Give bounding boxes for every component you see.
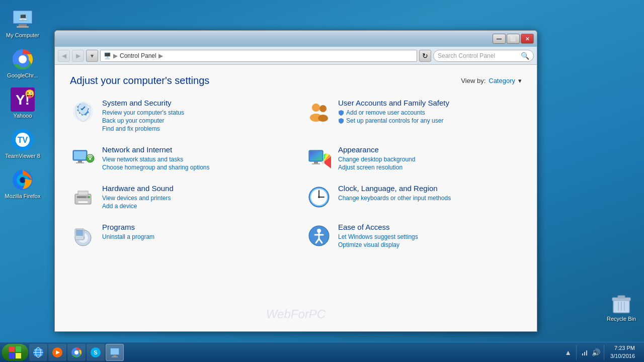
- clock-icon: [306, 184, 332, 210]
- svg-point-72: [75, 351, 78, 354]
- minimize-button[interactable]: —: [493, 34, 506, 44]
- svg-point-43: [88, 196, 90, 198]
- hardware-icon: [70, 184, 96, 210]
- ease-of-access-link-2[interactable]: Optimize visual display: [338, 241, 418, 248]
- search-icon[interactable]: 🔍: [521, 52, 529, 60]
- svg-rect-81: [586, 350, 587, 355]
- hardware-link-2[interactable]: Add a device: [102, 203, 174, 210]
- taskbar-chrome-icon[interactable]: [67, 344, 86, 361]
- taskbar-media-icon[interactable]: [48, 344, 66, 361]
- svg-point-24: [312, 104, 320, 112]
- appearance-text: Appearance Change desktop background Adj…: [338, 145, 415, 172]
- user-accounts-link-1[interactable]: Add or remove user accounts: [338, 109, 449, 116]
- close-button[interactable]: ✕: [521, 34, 534, 44]
- my-computer-label: My Computer: [5, 32, 41, 38]
- user-accounts-title[interactable]: User Accounts and Family Safety: [338, 99, 449, 107]
- user-accounts-link-2[interactable]: Set up parental controls for any user: [338, 117, 449, 124]
- network-icon: [70, 145, 96, 171]
- clock-link-1[interactable]: Change keyboards or other input methods: [338, 195, 451, 202]
- svg-rect-62: [16, 353, 21, 358]
- view-by-value[interactable]: Category: [489, 77, 515, 84]
- tray-divider: [576, 345, 577, 360]
- desktop-icon-yahooo[interactable]: Y! 😜 Yahooo: [3, 85, 43, 121]
- programs-text: Programs Uninstall a program: [102, 223, 154, 241]
- svg-text:💻: 💻: [19, 13, 28, 21]
- network-title[interactable]: Network and Internet: [102, 145, 209, 154]
- clock-date: 3/10/2016: [610, 352, 635, 360]
- desktop-icons: 💻 My Computer GoogleChr...: [0, 0, 45, 206]
- desktop: 💻 My Computer GoogleChr...: [0, 0, 644, 362]
- svg-point-7: [20, 56, 26, 62]
- forward-button[interactable]: ▶: [72, 50, 84, 62]
- svg-rect-36: [314, 161, 318, 163]
- back-button[interactable]: ◀: [58, 50, 70, 62]
- recycle-bin-icon[interactable]: Recycle Bin: [604, 291, 639, 322]
- system-security-title[interactable]: System and Security: [102, 99, 184, 107]
- system-security-link-2[interactable]: Back up your computer: [102, 117, 184, 124]
- dropdown-arrow[interactable]: ▾: [86, 50, 98, 62]
- taskbar-ie-icon[interactable]: [29, 344, 47, 361]
- maximize-button[interactable]: ⬜: [507, 34, 520, 44]
- svg-point-27: [318, 115, 328, 122]
- ease-of-access-icon: [306, 223, 332, 249]
- programs-title[interactable]: Programs: [102, 223, 154, 231]
- taskbar-skype-icon[interactable]: S: [87, 344, 105, 361]
- system-security-link-3[interactable]: Find and fix problems: [102, 125, 184, 132]
- tray-network-icon[interactable]: [580, 344, 590, 361]
- refresh-button[interactable]: ↻: [419, 50, 431, 62]
- programs-icon: [70, 223, 96, 249]
- svg-rect-2: [19, 24, 27, 26]
- desktop-icon-firefox[interactable]: Mozilla Firefox: [3, 166, 43, 201]
- yahooo-icon: Y! 😜: [11, 87, 35, 112]
- teamviewer-label: TeamViewer 8: [5, 153, 41, 159]
- system-clock[interactable]: 7:23 PM 3/10/2016: [607, 344, 638, 360]
- start-button[interactable]: [2, 344, 28, 361]
- category-user-accounts: User Accounts and Family Safety Add or r…: [306, 99, 522, 133]
- category-network: Network and Internet View network status…: [70, 145, 286, 172]
- system-security-link-1[interactable]: Review your computer's status: [102, 109, 184, 116]
- taskbar-control-panel-icon[interactable]: [106, 344, 124, 361]
- chrome-label: GoogleChr...: [5, 72, 41, 78]
- category-system-security: System and Security Review your computer…: [70, 99, 286, 133]
- network-link-2[interactable]: Choose homegroup and sharing options: [102, 164, 209, 171]
- appearance-title[interactable]: Appearance: [338, 145, 415, 154]
- hardware-link-1[interactable]: View devices and printers: [102, 195, 174, 202]
- view-by-label: View by:: [461, 77, 486, 84]
- tray-arrow-icon[interactable]: ▲: [563, 344, 573, 361]
- svg-rect-35: [310, 151, 322, 160]
- user-accounts-icon: [306, 99, 332, 125]
- svg-rect-59: [9, 346, 15, 352]
- hardware-text: Hardware and Sound View devices and prin…: [102, 184, 174, 211]
- svg-point-44: [86, 196, 88, 198]
- appearance-icon: [306, 145, 332, 171]
- recycle-bin-label: Recycle Bin: [607, 316, 636, 322]
- svg-rect-41: [78, 201, 88, 203]
- desktop-icon-my-computer[interactable]: 💻 My Computer: [3, 5, 43, 40]
- clock-time: 7:23 PM: [610, 344, 635, 352]
- user-accounts-text: User Accounts and Family Safety Add or r…: [338, 99, 449, 125]
- search-box[interactable]: Search Control Panel 🔍: [433, 50, 534, 62]
- address-path[interactable]: 🖥️ ▶ Control Panel ▶: [100, 50, 417, 62]
- svg-rect-78: [112, 356, 118, 357]
- address-text: Control Panel: [120, 52, 156, 59]
- svg-rect-76: [111, 348, 119, 354]
- desktop-icon-teamviewer[interactable]: TV TeamViewer 8: [3, 126, 43, 161]
- firefox-icon: [11, 168, 35, 192]
- clock-title[interactable]: Clock, Language, and Region: [338, 184, 451, 193]
- tray-volume-icon[interactable]: 🔊: [591, 344, 601, 361]
- network-link-1[interactable]: View network status and tasks: [102, 156, 209, 163]
- ease-of-access-link-1[interactable]: Let Windows suggest settings: [338, 233, 418, 240]
- programs-link-1[interactable]: Uninstall a program: [102, 233, 154, 240]
- svg-point-16: [20, 177, 26, 183]
- address-bar: ◀ ▶ ▾ 🖥️ ▶ Control Panel ▶ ↻ Search Cont…: [55, 47, 537, 65]
- my-computer-icon: 💻: [11, 7, 35, 31]
- appearance-link-1[interactable]: Change desktop background: [338, 156, 415, 163]
- hardware-title[interactable]: Hardware and Sound: [102, 184, 174, 193]
- svg-rect-60: [16, 346, 21, 352]
- tray-divider-2: [604, 345, 604, 360]
- desktop-icon-chrome[interactable]: GoogleChr...: [3, 45, 43, 80]
- svg-rect-3: [17, 26, 29, 28]
- ease-of-access-title[interactable]: Ease of Access: [338, 223, 418, 231]
- appearance-link-2[interactable]: Adjust screen resolution: [338, 164, 415, 171]
- category-ease-of-access: Ease of Access Let Windows suggest setti…: [306, 223, 522, 249]
